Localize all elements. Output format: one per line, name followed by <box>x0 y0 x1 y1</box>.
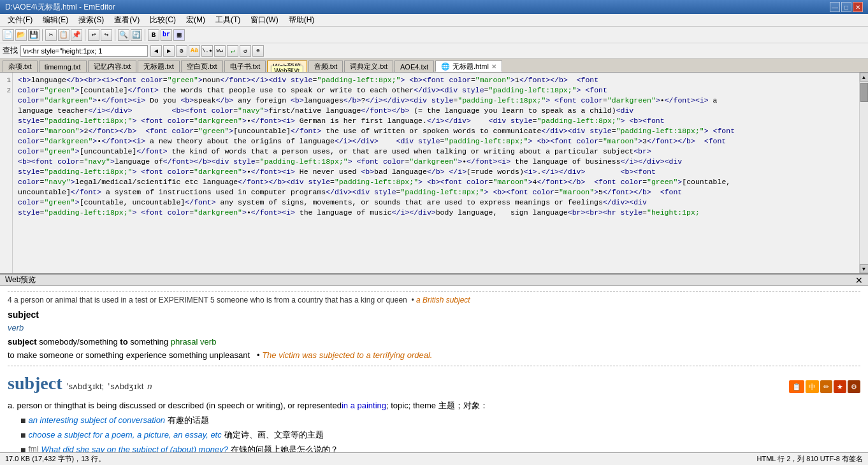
menu-file[interactable]: 文件(F) <box>3 13 38 27</box>
subject-section: subject <box>8 308 860 322</box>
british-subject: a British subject <box>416 296 470 304</box>
icon-settings[interactable]: ⚙ <box>848 380 860 394</box>
menu-tools[interactable]: 工具(T) <box>210 13 245 27</box>
menu-help[interactable]: 帮助(H) <box>284 13 320 27</box>
toolbar-redo[interactable]: ↪ <box>101 29 112 41</box>
icon-chinese[interactable]: 中 <box>806 380 819 394</box>
minimize-button[interactable]: — <box>830 2 840 12</box>
search-next[interactable]: ▶ <box>163 45 175 57</box>
menu-view[interactable]: 查看(V) <box>109 13 145 27</box>
separator-4 <box>145 29 145 41</box>
bullet-2-cn: 确定诗、画、文章等的主题 <box>224 429 324 441</box>
tab-label: 杂项.txt <box>8 62 32 71</box>
tab-cidian[interactable]: 词典定义.txt <box>344 61 393 72</box>
app-title: D:\AOE4\无标题.html - EmEditor <box>5 2 115 13</box>
menu-edit[interactable]: 编辑(E) <box>38 13 73 27</box>
tab-icon: 🌐 <box>441 62 450 71</box>
phrasal-verb: phrasal verb <box>171 337 217 347</box>
main-entry: subject ˈsʌbdʒɪkt; ˈsʌbdʒɪkt n 📋 中 ✏ ★ ⚙… <box>8 366 860 453</box>
tab-label: 词典定义.txt <box>350 62 387 71</box>
search-label: 查找 <box>3 45 18 56</box>
toolbar-br[interactable]: br <box>161 29 172 41</box>
somebody-text: somebody/something <box>39 337 120 347</box>
toolbar-find[interactable]: 🔍 <box>118 29 129 41</box>
tab-yinpin[interactable]: 音频.txt <box>308 61 344 72</box>
def-a-rest: ; topic; theme 主题；对象： <box>386 401 488 410</box>
icon-star[interactable]: ★ <box>834 380 846 394</box>
toolbar-open[interactable]: 📂 <box>15 29 27 41</box>
tab-jiyinei[interactable]: 记忆内容.txt <box>88 61 137 72</box>
search-refresh[interactable]: ↺ <box>240 45 251 57</box>
menu-compare[interactable]: 比较(C) <box>145 13 181 27</box>
search-regex[interactable]: \.★ <box>201 45 213 57</box>
bullet-2-example: choose a subject for a poem, a picture, … <box>28 429 221 441</box>
tab-zajixng[interactable]: 杂项.txt <box>3 61 38 72</box>
phrasal-section: subject somebody/something to something … <box>8 336 860 348</box>
pos-n: n <box>147 380 152 393</box>
scroll-thumb[interactable] <box>860 83 868 102</box>
search-options[interactable]: ⚙ <box>176 45 187 57</box>
toolbar-undo[interactable]: ↩ <box>88 29 99 41</box>
tab-wubiaoti-html[interactable]: 🌐 无标题.html ✕ <box>435 61 502 72</box>
tab-kongbaiye[interactable]: 空白页.txt <box>181 61 223 72</box>
scroll-down[interactable]: ▼ <box>860 264 869 273</box>
line-numbers: 1 2 <box>0 73 13 273</box>
tab-aoe4[interactable]: AOE4.txt <box>394 61 434 72</box>
scroll-track[interactable] <box>860 82 868 264</box>
editor-scrollbar[interactable]: ▲ ▼ <box>859 73 868 273</box>
status-size: 17.0 KB (17,432 字节)，13 行。 <box>5 454 105 464</box>
title-bar: D:\AOE4\无标题.html - EmEditor — □ ✕ <box>0 0 868 14</box>
search-all[interactable]: ⊕ <box>252 45 264 57</box>
toolbar-new[interactable]: 📄 <box>3 29 14 41</box>
menu-search[interactable]: 搜索(S) <box>73 13 109 27</box>
bullet-1: ■ <box>20 414 25 427</box>
editor-container: 1 2 <b>language</b><br><i><font color="g… <box>0 73 868 273</box>
def-a: a. person or thingthat is being discusse… <box>8 399 860 412</box>
bullet-3-cn: 在钱的问题上她是怎么说的？ <box>231 443 338 452</box>
webpreview-close[interactable]: ✕ <box>855 275 863 285</box>
tab-label: 无标题.html <box>452 62 489 71</box>
toolbar-block[interactable]: ▦ <box>173 29 185 41</box>
toolbar-paste[interactable]: 📌 <box>71 29 82 41</box>
icon-note[interactable]: 📋 <box>789 380 804 394</box>
something-text: something <box>130 337 171 347</box>
scroll-up[interactable]: ▲ <box>860 73 869 82</box>
bullet-item-1: ■ an interesting subject of conversation… <box>8 414 860 427</box>
toolbar-cut[interactable]: ✂ <box>45 29 57 41</box>
code-editor[interactable]: <b>language</b><br><i><font color="green… <box>13 73 859 273</box>
search-case[interactable]: Aa <box>189 45 200 57</box>
bullet-1-cn: 有趣的话题 <box>168 414 209 427</box>
menu-bar: 文件(F) 编辑(E) 搜索(S) 查看(V) 比较(C) 宏(M) 工具(T)… <box>0 14 868 27</box>
toolbar-replace[interactable]: 🔄 <box>131 29 142 41</box>
toolbar-bold[interactable]: B <box>148 29 159 41</box>
toolbar-copy[interactable]: 📋 <box>58 29 69 41</box>
search-input[interactable] <box>20 45 148 57</box>
close-button[interactable]: ✕ <box>853 2 863 12</box>
maximize-button[interactable]: □ <box>841 2 851 12</box>
webpreview-content[interactable]: 4 a person or animal that is used in a t… <box>0 286 868 452</box>
bullet-3-example: What did she say on the subject of (abou… <box>41 443 228 452</box>
menu-macro[interactable]: 宏(M) <box>181 13 210 27</box>
search-word[interactable]: w↵ <box>214 45 226 57</box>
tab-wubiaoti[interactable]: 无标题.txt <box>138 61 180 72</box>
toolbar-save[interactable]: 💾 <box>28 29 40 41</box>
tab-label: timemng.txt <box>45 63 81 71</box>
tab-dianzishu[interactable]: 电子书.txt <box>224 61 266 72</box>
search-prev[interactable]: ◀ <box>150 45 162 57</box>
toolbar: 📄 📂 💾 ✂ 📋 📌 ↩ ↪ 🔍 🔄 B br ▦ <box>0 27 868 43</box>
def-a-link[interactable]: in a painting <box>342 401 386 410</box>
search-bar: 查找 ◀ ▶ ⚙ Aa \.★ w↵ ↵ ↺ ⊕ <box>0 43 868 59</box>
def-a-text: a. person or thing <box>8 401 72 410</box>
tab-bar: 杂项.txt timemng.txt 记忆内容.txt 无标题.txt 空白页.… <box>0 59 868 73</box>
bullet-item-2: ■ choose a subject for a poem, a picture… <box>8 429 860 442</box>
tab-webpreview[interactable]: Web预览 Web预览 <box>267 61 307 72</box>
entry-header: subject ˈsʌbdʒɪkt; ˈsʌbdʒɪkt n 📋 中 ✏ ★ ⚙ <box>8 370 860 397</box>
search-close[interactable]: ↵ <box>227 45 238 57</box>
tab-close-button[interactable]: ✕ <box>491 63 496 70</box>
tab-timemng[interactable]: timemng.txt <box>39 61 87 72</box>
menu-window[interactable]: 窗口(W) <box>245 13 283 27</box>
icon-edit[interactable]: ✏ <box>820 380 832 394</box>
make-line: to make someone or something experience … <box>8 349 860 362</box>
separator-3 <box>115 29 115 41</box>
tooltip: Web预览 <box>271 66 303 73</box>
